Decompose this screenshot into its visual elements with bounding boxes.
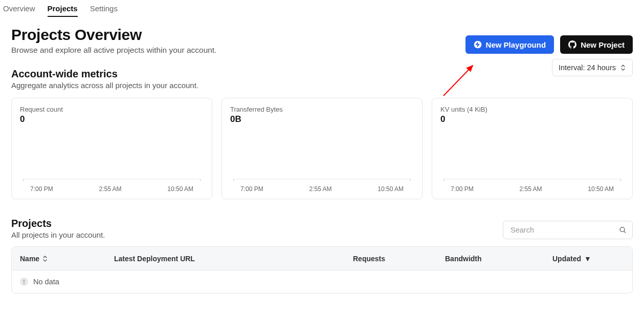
page-title: Projects Overview	[11, 26, 216, 44]
interval-selector[interactable]: Interval: 24 hours	[552, 59, 633, 76]
svg-point-1	[620, 227, 625, 232]
column-bandwidth[interactable]: Bandwidth	[445, 255, 552, 263]
metric-card-requests: Request count 0 7:00 PM 2:55 AM 10:50 AM	[11, 98, 212, 199]
table-header: Name Latest Deployment URL Requests Band…	[12, 247, 632, 270]
metric-label: Transferred Bytes	[230, 106, 414, 113]
tab-overview[interactable]: Overview	[3, 4, 35, 17]
table-empty-row: ! No data	[12, 270, 632, 293]
page-subtitle: Browse and explore all active projects w…	[11, 46, 216, 55]
interval-label: Interval: 24 hours	[559, 64, 616, 72]
axis-tick: 10:50 AM	[377, 185, 404, 193]
chart-area: 7:00 PM 2:55 AM 10:50 AM	[230, 179, 414, 193]
sort-desc-icon: ▼	[584, 255, 591, 263]
tab-projects[interactable]: Projects	[48, 4, 78, 17]
projects-subtitle: All projects in your account.	[11, 231, 105, 239]
axis-tick: 7:00 PM	[451, 185, 474, 193]
sort-icon	[42, 256, 48, 262]
projects-table: Name Latest Deployment URL Requests Band…	[11, 246, 633, 294]
new-playground-button[interactable]: New Playground	[465, 35, 554, 54]
axis-tick: 10:50 AM	[167, 185, 193, 193]
metrics-grid: Request count 0 7:00 PM 2:55 AM 10:50 AM…	[11, 98, 633, 199]
axis-tick: 7:00 PM	[240, 185, 263, 193]
metric-label: Request count	[20, 106, 204, 113]
metric-label: KV units (4 KiB)	[440, 106, 624, 113]
axis-tick: 10:50 AM	[588, 185, 614, 193]
metrics-title: Account-wide metrics	[11, 68, 198, 80]
axis-tick: 7:00 PM	[30, 185, 53, 193]
metric-value: 0B	[230, 114, 414, 124]
tab-settings[interactable]: Settings	[90, 4, 118, 17]
column-name[interactable]: Name	[20, 255, 114, 263]
svg-line-2	[624, 232, 626, 233]
chart-area: 7:00 PM 2:55 AM 10:50 AM	[20, 179, 204, 193]
column-updated[interactable]: Updated ▼	[552, 255, 624, 263]
chart-area: 7:00 PM 2:55 AM 10:50 AM	[440, 179, 624, 193]
info-icon: !	[20, 278, 28, 286]
projects-title: Projects	[11, 218, 105, 229]
metric-value: 0	[440, 114, 624, 124]
chevron-updown-icon	[620, 64, 626, 71]
column-url[interactable]: Latest Deployment URL	[114, 255, 353, 263]
bolt-icon	[474, 40, 482, 49]
metric-card-kv: KV units (4 KiB) 0 7:00 PM 2:55 AM 10:50…	[432, 98, 633, 199]
new-playground-label: New Playground	[486, 40, 546, 49]
search-icon	[619, 226, 627, 234]
metric-card-bytes: Transferred Bytes 0B 7:00 PM 2:55 AM 10:…	[221, 98, 423, 199]
new-project-label: New Project	[581, 40, 625, 49]
column-requests[interactable]: Requests	[353, 255, 445, 263]
metric-value: 0	[20, 114, 204, 124]
top-tabs: Overview Projects Settings	[0, 0, 644, 17]
github-icon	[568, 40, 576, 49]
empty-text: No data	[33, 278, 59, 286]
new-project-button[interactable]: New Project	[560, 35, 633, 54]
search-input[interactable]	[503, 221, 633, 239]
axis-tick: 2:55 AM	[519, 185, 542, 193]
metrics-subtitle: Aggregate analytics across all projects …	[11, 81, 198, 90]
axis-tick: 2:55 AM	[309, 185, 331, 193]
search-box	[503, 221, 633, 239]
axis-tick: 2:55 AM	[99, 185, 121, 193]
